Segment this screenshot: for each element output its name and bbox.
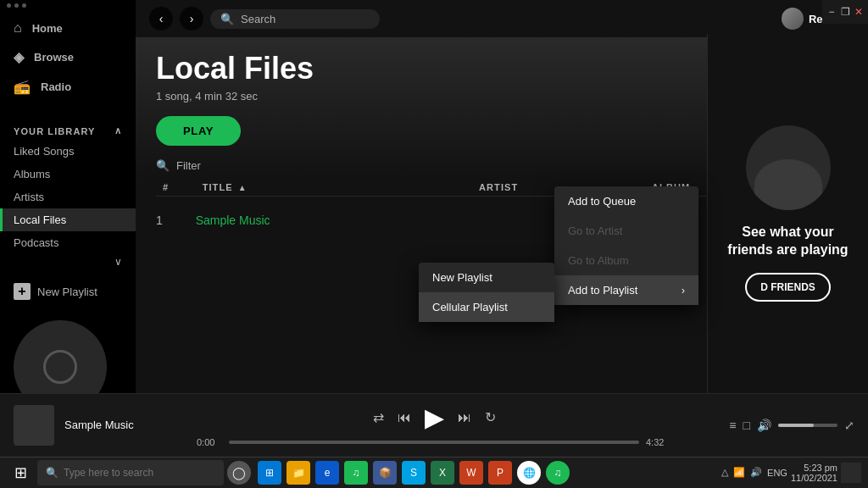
submenu-chevron-icon: › [682, 285, 685, 297]
taskbar-icon-spotify[interactable]: ♫ [546, 461, 570, 485]
context-menu-add-to-playlist[interactable]: Add to Playlist › [554, 275, 698, 305]
collapse-icon[interactable]: ∧ [114, 125, 122, 136]
taskbar-icon-1[interactable]: ⊞ [258, 461, 281, 485]
restore-button[interactable]: ❐ [839, 6, 851, 18]
library-label: YOUR LIBRARY [14, 126, 96, 136]
play-button[interactable]: PLAY [156, 116, 241, 146]
expand-icon[interactable]: ∨ [114, 256, 122, 268]
taskbar-clock[interactable]: 5:23 pm 11/02/2021 [791, 463, 837, 483]
cortana-button[interactable]: ◯ [227, 461, 251, 485]
cortana-icon: ◯ [232, 466, 246, 480]
player-track-name: Sample Music [64, 419, 134, 431]
avatar [782, 8, 804, 30]
search-input[interactable] [241, 13, 359, 25]
sidebar-nav-label-radio: Radio [41, 80, 71, 93]
time-current: 0:00 [197, 437, 222, 447]
main-content-area: ‹ › 🔍 Rexan ∨ Local Files 1 song, 4 min … [136, 0, 868, 393]
volume-bar[interactable] [778, 424, 837, 427]
taskbar-search-input[interactable] [64, 467, 199, 479]
prev-button[interactable]: ⏮ [398, 410, 411, 425]
queue-button[interactable]: ≡ [729, 419, 736, 432]
taskbar: ⊞ 🔍 ◯ ⊞ 📁 e ♫ 📦 S [0, 457, 868, 488]
sort-icon: ▲ [238, 183, 248, 192]
windows-icon: ⊞ [14, 463, 27, 482]
taskbar-right: △ 📶 🔊 ENG 5:23 pm 11/02/2021 [721, 463, 861, 483]
sidebar-item-albums[interactable]: Albums [0, 163, 136, 186]
find-friends-button[interactable]: D FRIENDS [745, 273, 831, 302]
submenu-cellular-playlist[interactable]: Cellular Playlist [419, 292, 554, 322]
right-panel: See what your friends are playing D FRIE… [707, 34, 868, 393]
plus-icon: + [14, 283, 31, 300]
minimize-button[interactable]: − [826, 6, 837, 18]
taskbar-icon-4[interactable]: 📦 [373, 461, 397, 485]
filter-icon: 🔍 [156, 159, 170, 172]
context-menu-go-to-artist: Go to Artist [554, 216, 698, 246]
search-bar[interactable]: 🔍 [210, 9, 380, 29]
nav-bar: ‹ › 🔍 Rexan ∨ [136, 0, 868, 37]
repeat-button[interactable]: ↻ [485, 409, 496, 425]
play-pause-button[interactable]: ▶ [425, 402, 444, 432]
taskbar-time-label: 5:23 pm [791, 463, 837, 473]
track-title: Sample Music [196, 197, 472, 244]
volume-fill [778, 424, 814, 427]
player-right-controls: ≡ □ 🔊 ⤢ [685, 419, 854, 432]
devices-button[interactable]: □ [743, 419, 750, 432]
player-track-info: Sample Music [14, 405, 183, 446]
shuffle-button[interactable]: ⇄ [373, 409, 384, 425]
taskbar-app-icons: ⊞ 📁 e ♫ 📦 S X W P [258, 461, 570, 485]
sidebar-nav: ⌂ Home ◈ Browse 📻 Radio [0, 0, 136, 108]
player-progress: 0:00 4:32 [197, 437, 671, 447]
context-menu: Add to Queue Go to Artist Go to Album Ad… [554, 186, 698, 305]
taskbar-icon-8[interactable]: P [488, 461, 512, 485]
player-track-details: Sample Music [64, 419, 134, 431]
progress-bar[interactable] [229, 441, 639, 444]
back-button[interactable]: ‹ [149, 7, 173, 30]
dot-1 [7, 3, 11, 8]
sidebar-item-liked-songs[interactable]: Liked Songs [0, 140, 136, 163]
tray-icon-network[interactable]: 📶 [733, 467, 745, 478]
taskbar-icon-6[interactable]: X [431, 461, 454, 485]
taskbar-icon-edge[interactable]: e [315, 461, 339, 485]
friends-text: See what your friends are playing [721, 224, 854, 259]
submenu-new-playlist[interactable]: New Playlist [419, 263, 554, 292]
tray-icon-volume[interactable]: 🔊 [750, 467, 762, 478]
taskbar-icon-7[interactable]: W [459, 461, 483, 485]
sidebar-item-browse[interactable]: ◈ Browse [0, 42, 136, 72]
player-controls: ⇄ ⏮ ▶ ⏭ ↻ 0:00 4:32 [197, 402, 671, 447]
taskbar-icon-5[interactable]: S [402, 461, 426, 485]
show-desktop-button[interactable] [841, 463, 861, 483]
tray-icon-battery[interactable]: ENG [767, 468, 787, 478]
track-num-label: 1 [156, 214, 163, 227]
player-bar: Sample Music ⇄ ⏮ ▶ ⏭ ↻ 0:00 4:32 ≡ □ 🔊 [0, 393, 868, 457]
fullscreen-button[interactable]: ⤢ [844, 419, 854, 432]
start-button[interactable]: ⊞ [7, 459, 34, 486]
album-art-inner [43, 350, 77, 384]
taskbar-search[interactable]: 🔍 [37, 460, 224, 485]
taskbar-icon-3[interactable]: ♫ [344, 461, 368, 485]
taskbar-icon-chrome[interactable]: 🌐 [517, 461, 541, 485]
track-name-label: Sample Music [196, 214, 270, 227]
sidebar-item-podcasts[interactable]: Podcasts [0, 231, 136, 254]
taskbar-icon-2[interactable]: 📁 [287, 461, 310, 485]
context-menu-go-to-album: Go to Album [554, 246, 698, 275]
window-dots[interactable] [7, 3, 26, 8]
tray-icon-1[interactable]: △ [721, 467, 728, 478]
context-menu-add-to-queue[interactable]: Add to Queue [554, 186, 698, 216]
playlist-submenu: New Playlist Cellular Playlist [419, 263, 554, 322]
forward-button[interactable]: › [180, 7, 203, 30]
close-button[interactable]: ✕ [853, 6, 865, 18]
col-header-title[interactable]: TITLE ▲ [196, 179, 472, 197]
new-playlist-button[interactable]: + New Playlist [0, 276, 136, 307]
sidebar-item-local-files[interactable]: Local Files [0, 208, 136, 231]
sidebar-item-artists[interactable]: Artists [0, 186, 136, 208]
new-playlist-label: New Playlist [37, 286, 97, 298]
player-album-art [14, 405, 54, 446]
filter-input[interactable] [176, 159, 319, 172]
sidebar-item-radio[interactable]: 📻 Radio [0, 72, 136, 102]
sidebar-item-home[interactable]: ⌂ Home [0, 14, 136, 42]
sidebar-nav-label-home: Home [32, 22, 63, 35]
next-button[interactable]: ⏭ [458, 410, 471, 425]
volume-button[interactable]: 🔊 [757, 419, 771, 432]
system-tray: △ 📶 🔊 ENG [721, 467, 787, 478]
col-header-num: # [156, 179, 196, 197]
